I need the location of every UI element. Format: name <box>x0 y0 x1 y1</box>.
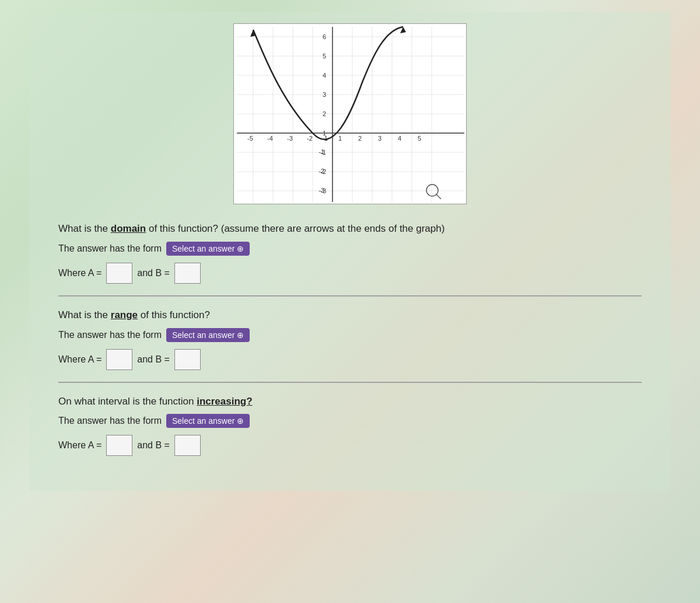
domain-question-suffix: of this function? (assume there are arro… <box>146 223 444 234</box>
range-where-a-label: Where A = <box>58 354 102 365</box>
questions-section: What is the domain of this function? (as… <box>52 222 648 468</box>
svg-text:2: 2 <box>323 110 326 117</box>
domain-where-a-label: Where A = <box>58 268 102 278</box>
range-question-text: What is the range of this function? <box>58 308 642 322</box>
increasing-select-answer-btn[interactable]: Select an answer <box>166 414 250 428</box>
increasing-a-input[interactable] <box>106 435 132 456</box>
main-container: -5 -4 -3 -2 -1 1 2 3 4 5 6 5 4 3 2 1 -1 … <box>29 12 671 491</box>
range-emphasis: range <box>111 309 138 320</box>
domain-emphasis: domain <box>111 223 146 234</box>
svg-line-44 <box>436 194 441 199</box>
increasing-emphasis: increasing? <box>197 396 252 407</box>
coordinate-graph: -5 -4 -3 -2 -1 1 2 3 4 5 6 5 4 3 2 1 -1 … <box>234 24 467 205</box>
svg-text:-3: -3 <box>318 187 324 194</box>
domain-b-input[interactable] <box>174 263 201 284</box>
svg-text:3: 3 <box>323 91 326 98</box>
svg-text:-1: -1 <box>318 148 324 155</box>
domain-question-block: What is the domain of this function? (as… <box>58 222 642 295</box>
domain-and-b-label: and B = <box>137 268 170 278</box>
svg-text:-3: -3 <box>287 135 293 142</box>
svg-text:1: 1 <box>323 130 326 137</box>
svg-text:5: 5 <box>323 53 326 60</box>
increasing-where-row: Where A = and B = <box>58 435 642 456</box>
domain-form-row: The answer has the form Select an answer <box>58 242 642 256</box>
svg-text:3: 3 <box>378 135 382 142</box>
increasing-and-b-label: and B = <box>137 440 170 451</box>
domain-question-text: What is the domain of this function? (as… <box>58 222 642 236</box>
increasing-form-label: The answer has the form <box>58 416 162 426</box>
svg-text:-2: -2 <box>318 168 324 175</box>
increasing-form-row: The answer has the form Select an answer <box>58 414 642 428</box>
increasing-question-prefix: On what interval is the function <box>58 396 197 407</box>
svg-text:4: 4 <box>398 135 401 142</box>
increasing-where-a-label: Where A = <box>58 440 102 451</box>
range-question-prefix: What is the <box>58 309 111 320</box>
range-form-label: The answer has the form <box>58 330 162 340</box>
domain-question-prefix: What is the <box>58 223 111 234</box>
range-a-input[interactable] <box>106 349 132 370</box>
increasing-question-text: On what interval is the function increas… <box>58 395 642 409</box>
range-where-row: Where A = and B = <box>58 349 642 370</box>
graph-wrapper: -5 -4 -3 -2 -1 1 2 3 4 5 6 5 4 3 2 1 -1 … <box>233 23 467 204</box>
range-and-b-label: and B = <box>137 354 170 365</box>
svg-text:-5: -5 <box>247 135 253 142</box>
range-form-row: The answer has the form Select an answer <box>58 328 642 342</box>
range-b-input[interactable] <box>174 349 201 370</box>
svg-text:-4: -4 <box>267 135 273 142</box>
domain-form-label: The answer has the form <box>58 243 162 254</box>
increasing-b-input[interactable] <box>174 435 201 456</box>
range-question-block: What is the range of this function? The … <box>58 296 642 382</box>
svg-text:1: 1 <box>338 135 342 142</box>
svg-text:-2: -2 <box>307 135 313 142</box>
increasing-question-block: On what interval is the function increas… <box>58 382 642 468</box>
domain-select-answer-btn[interactable]: Select an answer <box>166 242 250 256</box>
range-question-suffix: of this function? <box>138 309 210 320</box>
svg-text:4: 4 <box>323 72 326 79</box>
graph-container: -5 -4 -3 -2 -1 1 2 3 4 5 6 5 4 3 2 1 -1 … <box>52 23 648 204</box>
svg-text:6: 6 <box>323 33 326 40</box>
svg-text:2: 2 <box>358 135 362 142</box>
svg-text:5: 5 <box>418 135 421 142</box>
domain-where-row: Where A = and B = <box>58 263 642 284</box>
domain-a-input[interactable] <box>106 263 132 284</box>
range-select-answer-btn[interactable]: Select an answer <box>166 328 250 342</box>
